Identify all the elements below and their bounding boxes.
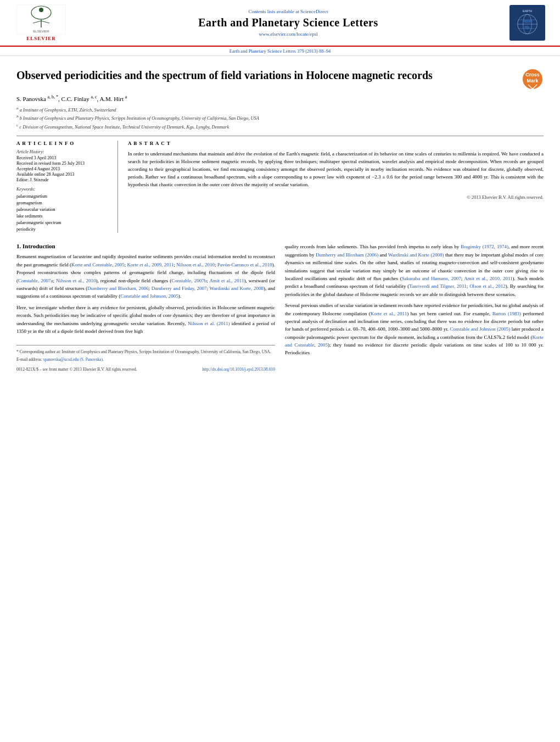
journal-header: ELSEVIER ELSEVIER Contents lists availab…: [0, 0, 560, 47]
accepted-date: Accepted 4 August 2013: [16, 166, 111, 171]
and-text: and: [268, 286, 275, 291]
copyright-line: © 2013 Elsevier B.V. All rights reserved…: [128, 194, 544, 200]
keywords-section: Keywords: palaeomagnetism geomagnetism p…: [16, 187, 111, 233]
svg-text:ELSEVIER: ELSEVIER: [33, 30, 49, 33]
ref-amit-2011[interactable]: Amit et al., 2011: [209, 278, 244, 283]
right-paragraph-1: quality records from lake sediments. Thi…: [285, 243, 544, 298]
affiliation-b: b b Institute of Geophysics and Planetar…: [16, 114, 544, 122]
intro-paragraph-1: Remanent magnetization of lacustrine and…: [16, 253, 275, 300]
abstract-text: In order to understand mechanisms that m…: [128, 150, 544, 189]
ref-dumberry-2007[interactable]: Dumberry and Finlay, 2007: [152, 286, 207, 291]
ref-wardinski[interactable]: Wardinski and Korte, 2008: [210, 286, 264, 291]
intro-paragraph-2: Here, we investigate whether there is an…: [16, 304, 275, 336]
article-body: A R T I C L E I N F O Article History: R…: [16, 136, 544, 233]
crossmark-badge[interactable]: Cross Mark: [522, 68, 544, 90]
footnote-email: E-mail address: spanovska@ucsd.edu (S. P…: [16, 356, 275, 362]
editor-info: Editor: J. Stixrude: [16, 177, 111, 182]
article-info-title: A R T I C L E I N F O: [16, 141, 111, 146]
abstract-section: A B S T R A C T In order to understand m…: [128, 141, 544, 233]
article-title: Observed periodicities and the spectrum …: [16, 68, 522, 82]
received-date: Received 3 April 2013: [16, 155, 111, 160]
ref-constable-2007b[interactable]: Constable, 2007b: [171, 278, 206, 283]
revised-date: Received in revised form 25 July 2013: [16, 161, 111, 166]
article-container: Observed periodicities and the spectrum …: [0, 56, 560, 383]
ref-amit-2010[interactable]: Amit et al., 2010, 2011: [464, 276, 512, 281]
keyword-palaeomag: palaeomagnetism: [16, 193, 111, 200]
article-footer: * Corresponding author at: Institute of …: [16, 345, 275, 372]
authors-line: S. Panovska a, b, *, C.C. Finlay a, c, A…: [16, 94, 544, 102]
affiliation-c: c c Division of Geomagnetism, National S…: [16, 122, 544, 131]
main-content: 1. Introduction Remanent magnetization o…: [16, 243, 544, 371]
keyword-periodicity: periodicity: [16, 226, 111, 233]
ref-constable-2007a[interactable]: Constable, 2007a: [18, 278, 53, 283]
left-column: 1. Introduction Remanent magnetization o…: [16, 243, 275, 371]
ref-constable-johnson[interactable]: Constable and Johnson, 2005: [120, 293, 178, 299]
ref-pavon[interactable]: Pavón-Carrasco et al., 2010: [217, 262, 272, 267]
elsevier-logo: ELSEVIER ELSEVIER: [11, 4, 71, 41]
footer-doi[interactable]: http://dx.doi.org/10.1016/j.epsl.2013.08…: [202, 367, 275, 372]
ref-dumberry-bloxham[interactable]: Dumberry and Bloxham (2006): [316, 252, 378, 258]
keyword-lake: lake sediments: [16, 213, 111, 220]
intro-heading: 1. Introduction: [16, 243, 275, 249]
ref-dumberry-2006[interactable]: Dumberry and Bloxham, 2006: [87, 286, 148, 291]
right-paragraph-2: Several previous studies of secular vari…: [285, 302, 544, 357]
journal-right-logo: EARTH: [505, 5, 549, 41]
sciencedirect-link[interactable]: Contents lists available at ScienceDirec…: [71, 9, 505, 14]
journal-title-header: Earth and Planetary Science Letters: [71, 16, 505, 29]
article-info-panel: A R T I C L E I N F O Article History: R…: [16, 141, 118, 233]
keyword-spectrum: palaeomagnetic spectrum: [16, 220, 111, 226]
keywords-label: Keywords:: [16, 187, 111, 192]
footer-issn: 0012-821X/$ – see front matter © 2013 El…: [16, 367, 137, 372]
journal-url[interactable]: www.elsevier.com/locate/epsl: [71, 31, 505, 37]
footer-bottom: 0012-821X/$ – see front matter © 2013 El…: [16, 367, 275, 372]
ref-wardinski-korte[interactable]: Wardinski and Korte (2008): [388, 252, 444, 258]
ref-nilsson-2010[interactable]: Nilsson et al., 2010: [176, 262, 215, 267]
ref-korte-2009[interactable]: Korte et al., 2009, 2011: [127, 262, 173, 267]
affiliation-a: a a Institute of Geophysics, ETH, Zürich…: [16, 105, 544, 114]
keyword-psv: paleosecular variation: [16, 207, 111, 213]
ref-constable-johnson-2005[interactable]: Constable and Johnson (2005): [450, 326, 510, 332]
footnote-email-link[interactable]: spanovska@ucsd.edu (S. Panovska).: [43, 357, 104, 362]
ref-korte-constable-2005b[interactable]: Korte and Constable, 2005: [285, 334, 544, 348]
keyword-geomag: geomagnetism: [16, 200, 111, 207]
elsevier-brand-text: ELSEVIER: [26, 36, 56, 41]
ref-tanriverdi[interactable]: Tanriverdi and Tilgner, 2011: [409, 283, 466, 289]
abstract-title: A B S T R A C T: [128, 141, 544, 146]
svg-text:Mark: Mark: [527, 78, 539, 83]
ref-korte-constable-2005[interactable]: Korte and Constable, 2005: [71, 262, 125, 267]
ref-olson[interactable]: Olson et al., 2012: [469, 283, 506, 289]
earth-logo-box: EARTH: [509, 5, 545, 41]
ref-barton[interactable]: Barton (1983): [492, 311, 521, 316]
article-history-group: Article History: Received 3 April 2013 R…: [16, 149, 111, 182]
svg-point-5: [39, 8, 43, 12]
ref-nilsson-2010b[interactable]: Nilsson et al., 2010: [56, 278, 96, 283]
svg-text:EARTH: EARTH: [523, 10, 532, 13]
journal-info-line: Earth and Planetary Science Letters 379 …: [0, 47, 560, 56]
history-label: Article History:: [16, 149, 111, 154]
ref-sakuraba[interactable]: Sakuraba and Hamano, 2007: [402, 276, 461, 281]
available-date: Available online 28 August 2013: [16, 172, 111, 177]
ref-korte-2011[interactable]: Korte et al., 2011: [371, 311, 407, 316]
svg-text:Cross: Cross: [525, 72, 540, 77]
footnote-corresponding: * Corresponding author at: Institute of …: [16, 349, 275, 355]
article-title-section: Observed periodicities and the spectrum …: [16, 68, 544, 90]
affiliations: a a Institute of Geophysics, ETH, Zürich…: [16, 105, 544, 131]
journal-center-header: Contents lists available at ScienceDirec…: [71, 9, 505, 37]
ref-braginsky[interactable]: Braginsky (1972, 1974): [461, 244, 508, 249]
ref-nilsson-2011[interactable]: Nilsson et al. (2011): [188, 321, 230, 326]
right-column: quality records from lake sediments. Thi…: [285, 243, 544, 371]
